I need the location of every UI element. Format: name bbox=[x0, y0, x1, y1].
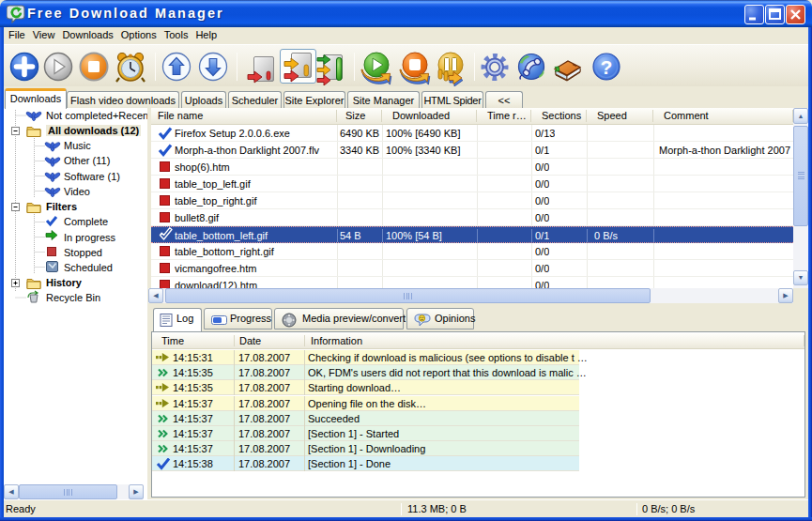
svg-text:?: ? bbox=[601, 56, 613, 78]
